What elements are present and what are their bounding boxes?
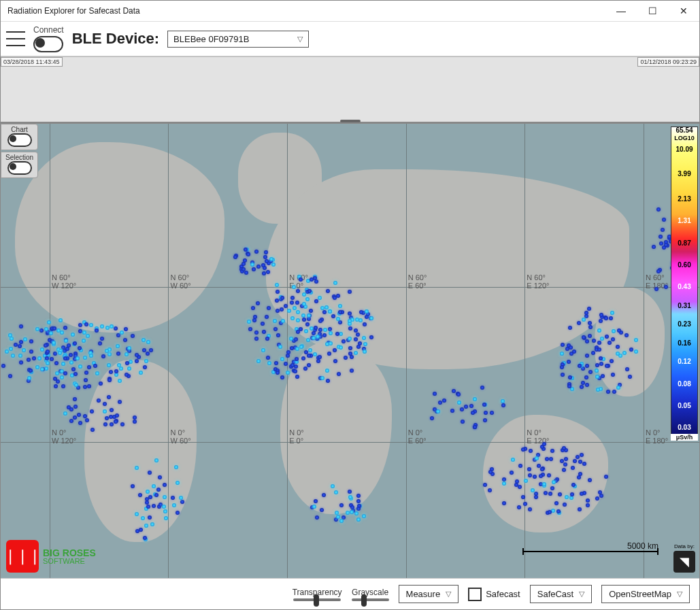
color-legend: 65.54 LOG10 10.09 3.99 2.13 1.31 0.87 0.… bbox=[671, 126, 698, 439]
timeline-panel[interactable]: 03/28/2018 11:43:45 01/12/2018 09:23:29 bbox=[1, 56, 699, 124]
map-scale-bar: 5000 km bbox=[522, 541, 659, 552]
selection-toggle-label: Selection bbox=[5, 154, 33, 161]
chevron-down-icon: ▽ bbox=[579, 590, 584, 598]
ble-device-selected: BLEBee 0F09791B bbox=[173, 34, 249, 44]
minimize-button[interactable]: ― bbox=[605, 1, 637, 21]
chart-toggle-label: Chart bbox=[11, 126, 27, 133]
chevron-down-icon: ▽ bbox=[446, 590, 451, 598]
chart-toggle-group: Chart bbox=[1, 124, 38, 150]
maximize-button[interactable]: ☐ bbox=[637, 1, 668, 21]
connect-label: Connect bbox=[33, 25, 64, 35]
transparency-slider[interactable] bbox=[293, 598, 341, 601]
bottom-toolbar: Transparency Grayscale Measure ▽ Safecas… bbox=[1, 578, 699, 609]
title-bar: Radiation Explorer for Safecast Data ― ☐… bbox=[1, 1, 699, 22]
measure-select[interactable]: Measure ▽ bbox=[399, 585, 459, 603]
selection-toggle[interactable] bbox=[7, 161, 32, 175]
transparency-slider-group: Transparency bbox=[293, 588, 342, 601]
chevron-down-icon: ▽ bbox=[677, 590, 682, 598]
grayscale-slider[interactable] bbox=[352, 598, 389, 601]
grayscale-label: Grayscale bbox=[352, 588, 388, 597]
ble-device-select[interactable]: BLEBee 0F09791B ▽ bbox=[167, 31, 309, 48]
panel-resize-grip[interactable] bbox=[340, 120, 361, 122]
data-source-select[interactable]: SafeCast ▽ bbox=[530, 585, 592, 603]
window-title: Radiation Explorer for Safecast Data bbox=[1, 6, 147, 16]
top-toolbar: Connect BLE Device: BLEBee 0F09791B ▽ bbox=[1, 22, 699, 56]
safecast-checkbox-label: Safecast bbox=[486, 589, 520, 599]
chart-toggle[interactable] bbox=[7, 133, 32, 147]
timeline-end-timestamp: 01/12/2018 09:23:29 bbox=[637, 57, 699, 67]
connect-toggle[interactable] bbox=[33, 36, 63, 52]
safecast-checkbox-group: Safecast bbox=[468, 588, 520, 601]
chevron-down-icon: ▽ bbox=[297, 35, 303, 44]
close-button[interactable]: ✕ bbox=[668, 1, 699, 21]
grayscale-slider-group: Grayscale bbox=[352, 588, 389, 601]
safecast-checkbox[interactable] bbox=[468, 588, 482, 601]
basemap-select[interactable]: OpenStreetMap ▽ bbox=[601, 585, 690, 603]
app-window: Radiation Explorer for Safecast Data ― ☐… bbox=[0, 0, 700, 610]
data-attribution: Data by: ◥ bbox=[671, 543, 698, 573]
vendor-logo-icon: ❘❘❘ bbox=[6, 540, 39, 573]
side-toggle-panel: Chart Selection bbox=[1, 124, 38, 180]
selection-toggle-group: Selection bbox=[1, 152, 38, 178]
connect-toggle-group: Connect bbox=[33, 25, 64, 52]
vendor-brand: ❘❘❘ BIG ROSES SOFTWARE bbox=[6, 540, 96, 573]
ble-device-label: BLE Device: bbox=[72, 30, 159, 48]
map-canvas[interactable]: N 60°W 120° N 60°W 60° N 60°E 0° N 60°E … bbox=[1, 124, 699, 578]
menu-icon[interactable] bbox=[6, 31, 25, 46]
timeline-start-timestamp: 03/28/2018 11:43:45 bbox=[1, 57, 63, 67]
legend-unit: μSv/h bbox=[671, 434, 698, 441]
map-area[interactable]: N 60°W 120° N 60°W 60° N 60°E 0° N 60°E … bbox=[1, 124, 699, 578]
window-controls: ― ☐ ✕ bbox=[605, 1, 699, 21]
safecast-logo-icon: ◥ bbox=[673, 551, 695, 573]
